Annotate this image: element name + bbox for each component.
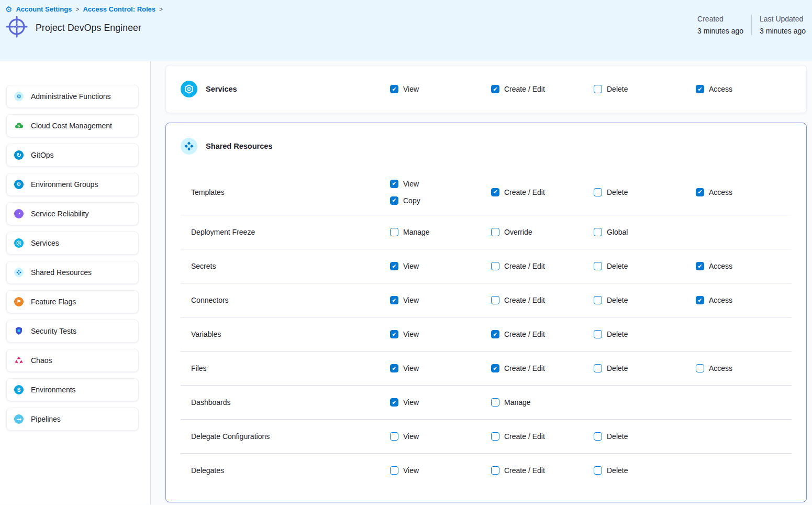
checkbox-label[interactable]: Access — [709, 364, 732, 372]
unchecked-checkbox-icon[interactable] — [594, 432, 602, 441]
checkbox-label[interactable]: Create / Edit — [504, 262, 545, 270]
breadcrumb-access-control-roles[interactable]: Access Control: Roles — [83, 5, 155, 13]
checked-checkbox-icon[interactable]: ✔ — [491, 188, 499, 196]
checkbox-label[interactable]: Copy — [403, 196, 420, 205]
permission-view-checkbox[interactable]: ✔View — [390, 364, 491, 372]
unchecked-checkbox-icon[interactable] — [594, 188, 602, 196]
checked-checkbox-icon[interactable]: ✔ — [390, 180, 398, 188]
unchecked-checkbox-icon[interactable] — [390, 432, 398, 441]
sidebar-item-chaos[interactable]: Chaos — [6, 349, 139, 372]
checkbox-label[interactable]: Delete — [607, 188, 628, 196]
sidebar-item-shared-resources[interactable]: Shared Resources — [6, 261, 139, 284]
sidebar-item-security-tests[interactable]: Security Tests — [6, 320, 139, 343]
unchecked-checkbox-icon[interactable] — [390, 228, 398, 236]
permission-delete-checkbox[interactable]: Delete — [594, 466, 696, 475]
unchecked-checkbox-icon[interactable] — [491, 296, 499, 304]
permission-create-edit-checkbox[interactable]: Create / Edit — [491, 262, 594, 270]
checked-checkbox-icon[interactable]: ✔ — [491, 330, 499, 338]
checkbox-label[interactable]: Delete — [607, 432, 628, 441]
checkbox-label[interactable]: Manage — [403, 228, 430, 236]
unchecked-checkbox-icon[interactable] — [594, 228, 602, 236]
permission-delete-checkbox[interactable]: Delete — [594, 364, 696, 372]
sidebar-item-environment-groups[interactable]: ⚙Environment Groups — [6, 173, 139, 196]
checkbox-label[interactable]: View — [403, 398, 419, 407]
checkbox-label[interactable]: Delete — [607, 85, 628, 93]
sidebar-item-service-reliability[interactable]: ◔Service Reliability — [6, 202, 139, 225]
permission-manage-checkbox[interactable]: Manage — [390, 228, 491, 236]
checked-checkbox-icon[interactable]: ✔ — [696, 188, 704, 196]
permission-delete-checkbox[interactable]: Delete — [594, 188, 696, 196]
permission-access-checkbox[interactable]: ✔Access — [696, 262, 792, 270]
checkbox-label[interactable]: Create / Edit — [504, 188, 545, 196]
permission-view-checkbox[interactable]: ✔View — [390, 262, 491, 270]
unchecked-checkbox-icon[interactable] — [594, 85, 602, 93]
checked-checkbox-icon[interactable]: ✔ — [390, 364, 398, 372]
unchecked-checkbox-icon[interactable] — [696, 364, 704, 372]
checkbox-label[interactable]: View — [403, 432, 419, 441]
permission-view-checkbox[interactable]: ✔View — [390, 85, 491, 93]
unchecked-checkbox-icon[interactable] — [594, 296, 602, 304]
checked-checkbox-icon[interactable]: ✔ — [696, 296, 704, 304]
permission-view-checkbox[interactable]: ✔View — [390, 180, 491, 188]
sidebar-item-environments[interactable]: $Environments — [6, 378, 139, 401]
permission-view-checkbox[interactable]: ✔View — [390, 398, 491, 407]
sidebar-item-pipelines[interactable]: ⇝Pipelines — [6, 408, 139, 431]
checkbox-label[interactable]: View — [403, 180, 419, 188]
checked-checkbox-icon[interactable]: ✔ — [390, 330, 398, 338]
permission-access-checkbox[interactable]: ✔Access — [696, 85, 792, 93]
checkbox-label[interactable]: Access — [709, 188, 732, 196]
checkbox-label[interactable]: Create / Edit — [504, 85, 545, 93]
unchecked-checkbox-icon[interactable] — [594, 364, 602, 372]
permission-override-checkbox[interactable]: Override — [491, 228, 594, 236]
permission-access-checkbox[interactable]: ✔Access — [696, 296, 792, 304]
unchecked-checkbox-icon[interactable] — [594, 466, 602, 475]
unchecked-checkbox-icon[interactable] — [491, 262, 499, 270]
checkbox-label[interactable]: Delete — [607, 330, 628, 338]
checkbox-label[interactable]: Access — [709, 296, 732, 304]
sidebar-item-feature-flags[interactable]: ⚑Feature Flags — [6, 290, 139, 313]
checkbox-label[interactable]: Create / Edit — [504, 432, 545, 441]
sidebar-item-cloud-cost-management[interactable]: $Cloud Cost Management — [6, 114, 139, 137]
checkbox-label[interactable]: Create / Edit — [504, 364, 545, 372]
checkbox-label[interactable]: Delete — [607, 296, 628, 304]
checkbox-label[interactable]: Delete — [607, 466, 628, 475]
checked-checkbox-icon[interactable]: ✔ — [696, 85, 704, 93]
permission-view-checkbox[interactable]: View — [390, 432, 491, 441]
permission-manage-checkbox[interactable]: Manage — [491, 398, 594, 407]
unchecked-checkbox-icon[interactable] — [491, 466, 499, 475]
permission-access-checkbox[interactable]: Access — [696, 364, 792, 372]
checked-checkbox-icon[interactable]: ✔ — [491, 85, 499, 93]
permission-create-edit-checkbox[interactable]: ✔Create / Edit — [491, 330, 594, 338]
checkbox-label[interactable]: View — [403, 296, 419, 304]
checkbox-label[interactable]: View — [403, 466, 419, 475]
unchecked-checkbox-icon[interactable] — [491, 432, 499, 441]
unchecked-checkbox-icon[interactable] — [390, 466, 398, 475]
checkbox-label[interactable]: Delete — [607, 262, 628, 270]
permission-delete-checkbox[interactable]: Delete — [594, 432, 696, 441]
permission-delete-checkbox[interactable]: Delete — [594, 330, 696, 338]
checkbox-label[interactable]: View — [403, 85, 419, 93]
permission-create-edit-checkbox[interactable]: Create / Edit — [491, 466, 594, 475]
checked-checkbox-icon[interactable]: ✔ — [491, 364, 499, 372]
permission-copy-checkbox[interactable]: ✔Copy — [390, 196, 491, 205]
unchecked-checkbox-icon[interactable] — [594, 330, 602, 338]
permission-create-edit-checkbox[interactable]: Create / Edit — [491, 432, 594, 441]
unchecked-checkbox-icon[interactable] — [594, 262, 602, 270]
checkbox-label[interactable]: View — [403, 262, 419, 270]
unchecked-checkbox-icon[interactable] — [491, 398, 499, 407]
checkbox-label[interactable]: Create / Edit — [504, 466, 545, 475]
sidebar-item-gitops[interactable]: ↻GitOps — [6, 144, 139, 167]
checkbox-label[interactable]: Delete — [607, 364, 628, 372]
sidebar-item-administrative-functions[interactable]: ⚙Administrative Functions — [6, 85, 139, 108]
permission-delete-checkbox[interactable]: Delete — [594, 262, 696, 270]
checked-checkbox-icon[interactable]: ✔ — [696, 262, 704, 270]
checked-checkbox-icon[interactable]: ✔ — [390, 85, 398, 93]
checked-checkbox-icon[interactable]: ✔ — [390, 196, 398, 205]
checkbox-label[interactable]: Override — [504, 228, 532, 236]
checkbox-label[interactable]: Global — [607, 228, 628, 236]
checkbox-label[interactable]: View — [403, 330, 419, 338]
permission-delete-checkbox[interactable]: Delete — [594, 85, 696, 93]
permission-create-edit-checkbox[interactable]: ✔Create / Edit — [491, 188, 594, 196]
permission-view-checkbox[interactable]: ✔View — [390, 296, 491, 304]
sidebar-item-services[interactable]: Services — [6, 232, 139, 255]
